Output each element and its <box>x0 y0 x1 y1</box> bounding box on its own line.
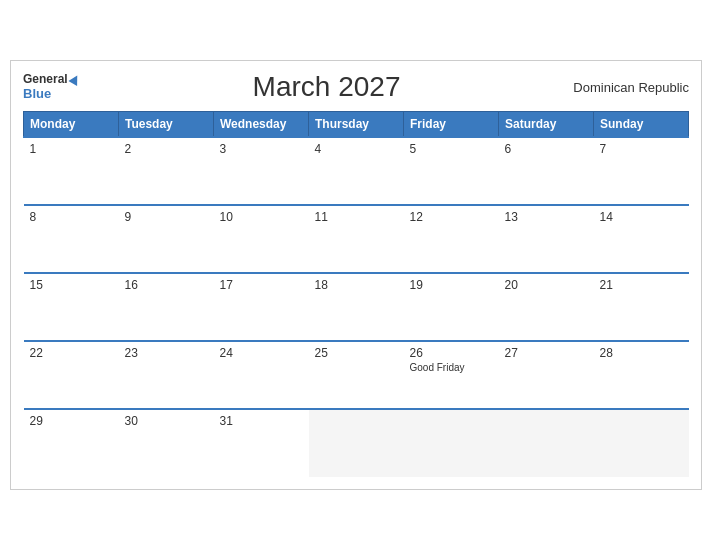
table-row: 4 <box>309 137 404 205</box>
day-number: 15 <box>30 278 43 292</box>
col-tuesday: Tuesday <box>119 112 214 138</box>
day-number: 30 <box>125 414 138 428</box>
table-row <box>404 409 499 477</box>
col-monday: Monday <box>24 112 119 138</box>
logo: General Blue <box>23 72 80 102</box>
logo-triangle-icon <box>68 73 81 86</box>
table-row <box>499 409 594 477</box>
calendar-week-row: 2223242526Good Friday2728 <box>24 341 689 409</box>
calendar-header: General Blue March 2027 Dominican Republ… <box>23 71 689 103</box>
day-number: 20 <box>505 278 518 292</box>
calendar-table: Monday Tuesday Wednesday Thursday Friday… <box>23 111 689 477</box>
logo-general-text: General <box>23 72 68 86</box>
table-row: 9 <box>119 205 214 273</box>
day-number: 19 <box>410 278 423 292</box>
table-row: 16 <box>119 273 214 341</box>
day-number: 27 <box>505 346 518 360</box>
holiday-label: Good Friday <box>410 362 493 373</box>
days-header-row: Monday Tuesday Wednesday Thursday Friday… <box>24 112 689 138</box>
table-row: 7 <box>594 137 689 205</box>
table-row: 3 <box>214 137 309 205</box>
table-row: 24 <box>214 341 309 409</box>
table-row: 6 <box>499 137 594 205</box>
table-row: 26Good Friday <box>404 341 499 409</box>
table-row: 17 <box>214 273 309 341</box>
day-number: 9 <box>125 210 132 224</box>
table-row: 20 <box>499 273 594 341</box>
table-row: 19 <box>404 273 499 341</box>
day-number: 29 <box>30 414 43 428</box>
day-number: 4 <box>315 142 322 156</box>
day-number: 10 <box>220 210 233 224</box>
table-row: 27 <box>499 341 594 409</box>
day-number: 1 <box>30 142 37 156</box>
calendar-week-row: 293031 <box>24 409 689 477</box>
day-number: 11 <box>315 210 328 224</box>
table-row: 31 <box>214 409 309 477</box>
day-number: 8 <box>30 210 37 224</box>
table-row: 18 <box>309 273 404 341</box>
table-row: 1 <box>24 137 119 205</box>
day-number: 25 <box>315 346 328 360</box>
day-number: 14 <box>600 210 613 224</box>
day-number: 13 <box>505 210 518 224</box>
country-label: Dominican Republic <box>573 80 689 95</box>
day-number: 6 <box>505 142 512 156</box>
table-row: 30 <box>119 409 214 477</box>
calendar-week-row: 1234567 <box>24 137 689 205</box>
table-row: 21 <box>594 273 689 341</box>
table-row: 2 <box>119 137 214 205</box>
table-row: 23 <box>119 341 214 409</box>
logo-blue-text: Blue <box>23 86 51 101</box>
day-number: 16 <box>125 278 138 292</box>
calendar-container: General Blue March 2027 Dominican Republ… <box>10 60 702 490</box>
day-number: 21 <box>600 278 613 292</box>
table-row: 8 <box>24 205 119 273</box>
table-row: 28 <box>594 341 689 409</box>
table-row: 11 <box>309 205 404 273</box>
day-number: 28 <box>600 346 613 360</box>
calendar-week-row: 891011121314 <box>24 205 689 273</box>
day-number: 26 <box>410 346 423 360</box>
day-number: 3 <box>220 142 227 156</box>
table-row: 5 <box>404 137 499 205</box>
month-title: March 2027 <box>253 71 401 103</box>
col-wednesday: Wednesday <box>214 112 309 138</box>
calendar-week-row: 15161718192021 <box>24 273 689 341</box>
table-row <box>594 409 689 477</box>
day-number: 31 <box>220 414 233 428</box>
day-number: 5 <box>410 142 417 156</box>
table-row: 14 <box>594 205 689 273</box>
day-number: 12 <box>410 210 423 224</box>
day-number: 18 <box>315 278 328 292</box>
table-row <box>309 409 404 477</box>
day-number: 17 <box>220 278 233 292</box>
table-row: 25 <box>309 341 404 409</box>
day-number: 23 <box>125 346 138 360</box>
day-number: 7 <box>600 142 607 156</box>
col-sunday: Sunday <box>594 112 689 138</box>
table-row: 10 <box>214 205 309 273</box>
table-row: 22 <box>24 341 119 409</box>
table-row: 12 <box>404 205 499 273</box>
table-row: 29 <box>24 409 119 477</box>
table-row: 15 <box>24 273 119 341</box>
table-row: 13 <box>499 205 594 273</box>
col-thursday: Thursday <box>309 112 404 138</box>
day-number: 24 <box>220 346 233 360</box>
col-friday: Friday <box>404 112 499 138</box>
day-number: 22 <box>30 346 43 360</box>
day-number: 2 <box>125 142 132 156</box>
col-saturday: Saturday <box>499 112 594 138</box>
